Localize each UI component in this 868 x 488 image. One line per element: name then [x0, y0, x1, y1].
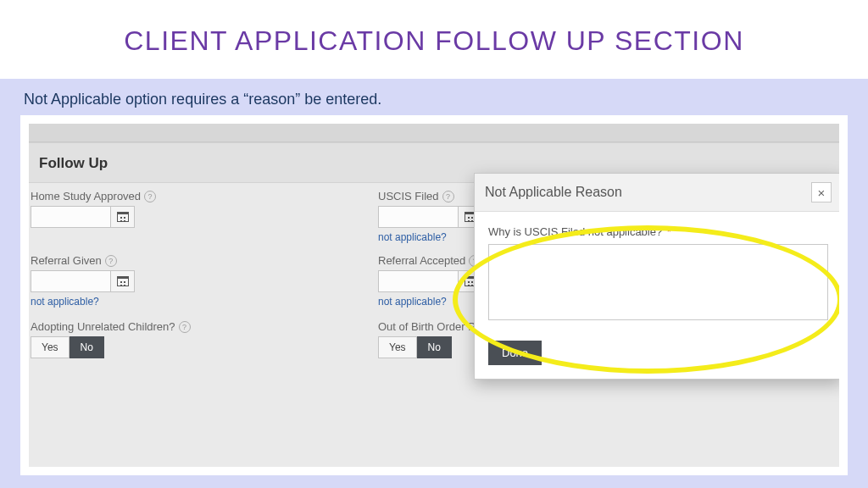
- not-applicable-link[interactable]: not applicable?: [378, 296, 447, 308]
- app-top-bar: [29, 124, 839, 142]
- date-input-referral-accepted: [378, 270, 482, 292]
- modal-body: Why is USCIS Filed not applicable? *: [475, 212, 839, 332]
- label-uscis-filed: USCIS Filed ?: [378, 190, 454, 202]
- slide-content: Not Applicable option requires a “reason…: [0, 79, 868, 475]
- close-button[interactable]: ×: [811, 182, 832, 202]
- done-button[interactable]: Done: [488, 341, 542, 365]
- not-applicable-link[interactable]: not applicable?: [378, 231, 447, 243]
- field-referral-accepted: Referral Accepted ? not applicable?: [378, 252, 482, 308]
- na-reason-modal: Not Applicable Reason × Why is USCIS Fil…: [474, 173, 839, 380]
- field-referral-given: Referral Given ? not applicable?: [31, 252, 135, 308]
- modal-label: Why is USCIS Filed not applicable? *: [488, 225, 671, 238]
- label-text: Referral Given: [31, 254, 102, 267]
- label-text: USCIS Filed: [378, 190, 439, 202]
- slide-bullet: Not Applicable option requires a “reason…: [24, 91, 848, 108]
- app-screenshot: Follow Up Home Study Approved ?: [29, 124, 839, 467]
- field-uscis-filed: USCIS Filed ? not applicable?: [378, 188, 482, 244]
- calendar-button[interactable]: [111, 270, 135, 292]
- screenshot-frame: Follow Up Home Study Approved ?: [20, 115, 848, 475]
- field-adopting-unrelated: Adopting Unrelated Children? ? Yes No: [31, 319, 191, 358]
- label-referral-given: Referral Given ?: [31, 254, 117, 267]
- label-text: Home Study Approved: [31, 190, 141, 202]
- modal-title: Not Applicable Reason: [485, 185, 622, 200]
- yes-button[interactable]: Yes: [31, 336, 70, 358]
- required-asterisk: *: [667, 225, 671, 238]
- date-field[interactable]: [378, 206, 459, 228]
- modal-label-text: Why is USCIS Filed not applicable?: [488, 225, 662, 238]
- follow-up-form: Home Study Approved ? Referral Given ?: [29, 183, 839, 454]
- calendar-button[interactable]: [111, 206, 135, 228]
- help-icon[interactable]: ?: [105, 255, 117, 267]
- date-field[interactable]: [31, 270, 111, 292]
- label-referral-accepted: Referral Accepted ?: [378, 254, 481, 267]
- date-field[interactable]: [31, 206, 111, 228]
- modal-header: Not Applicable Reason ×: [475, 174, 839, 212]
- no-button[interactable]: No: [417, 336, 452, 358]
- calendar-icon: [117, 212, 129, 222]
- reason-textarea[interactable]: [488, 244, 828, 320]
- no-button[interactable]: No: [70, 336, 104, 358]
- label-adopting-unrelated: Adopting Unrelated Children? ?: [31, 320, 191, 333]
- date-input-home-study: [31, 206, 156, 228]
- date-field[interactable]: [378, 270, 459, 292]
- yes-button[interactable]: Yes: [378, 336, 417, 358]
- calendar-icon: [117, 276, 129, 286]
- label-text: Adopting Unrelated Children?: [31, 320, 175, 333]
- field-home-study: Home Study Approved ?: [31, 188, 156, 228]
- date-input-referral-given: [31, 270, 135, 292]
- label-home-study: Home Study Approved ?: [31, 190, 156, 202]
- modal-footer: Done: [475, 332, 839, 379]
- not-applicable-link[interactable]: not applicable?: [31, 296, 99, 308]
- help-icon[interactable]: ?: [179, 321, 191, 333]
- yes-no-group: Yes No: [31, 336, 191, 358]
- help-icon[interactable]: ?: [442, 191, 454, 202]
- label-text: Referral Accepted: [378, 254, 465, 267]
- date-input-uscis: [378, 206, 482, 228]
- help-icon[interactable]: ?: [144, 191, 156, 202]
- slide-title-band: CLIENT APPLICATION FOLLOW UP SECTION: [0, 0, 868, 79]
- slide-title: CLIENT APPLICATION FOLLOW UP SECTION: [17, 25, 851, 57]
